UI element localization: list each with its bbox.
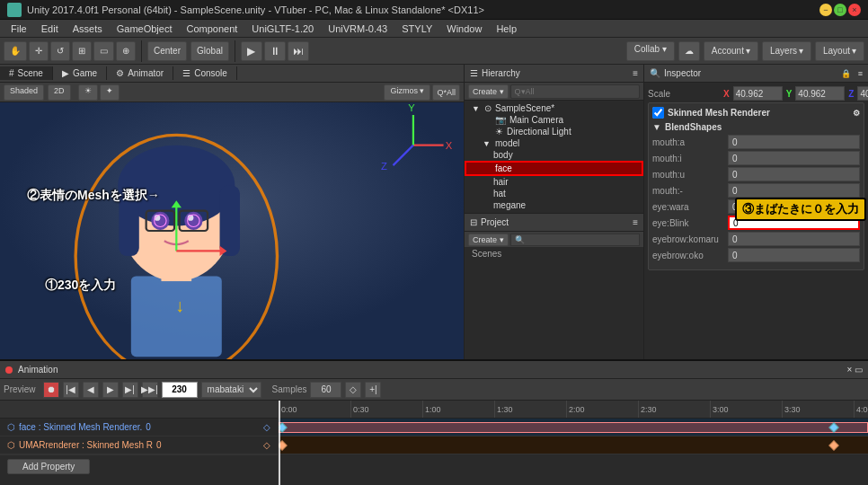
space-btn[interactable]: Global [190, 41, 229, 61]
menu-styly[interactable]: STYLY [394, 22, 439, 36]
multi-tool[interactable]: ⊕ [116, 41, 136, 61]
play-anim-button[interactable]: ▶ [102, 382, 119, 398]
value-input[interactable] [728, 248, 860, 262]
scene-tab-label: Scene [18, 68, 43, 78]
mark-30: 0:30 [350, 401, 369, 418]
hierarchy-search-input[interactable] [510, 84, 640, 99]
move-tool[interactable]: ✛ [29, 41, 49, 61]
minimize-button[interactable]: − [819, 4, 832, 16]
track-timeline[interactable]: 0:00 0:30 1:00 1:30 2:00 2:30 3:00 3:30 … [279, 401, 868, 485]
scale-x-input[interactable] [733, 86, 783, 101]
track-label-face: ⬡ face : Skinned Mesh Renderer. 0 ◇ [0, 419, 278, 436]
close-button[interactable]: × [848, 4, 861, 16]
timeline-track-uma[interactable] [279, 436, 868, 454]
menu-component[interactable]: Component [179, 22, 244, 36]
add-key-button[interactable]: +| [365, 382, 381, 398]
light-btn[interactable]: ☀ [78, 84, 98, 101]
menu-gameobject[interactable]: GameObject [110, 22, 180, 36]
tab-animator[interactable]: ⚙ Animator [107, 66, 173, 80]
project-options[interactable]: ≡ [633, 217, 638, 227]
layers-button[interactable]: Layers ▾ [762, 41, 811, 61]
item-label: hat [493, 189, 506, 198]
twod-btn[interactable]: 2D [48, 84, 71, 101]
hierarchy-item-dirlight[interactable]: ☀ Directional Light [465, 126, 643, 137]
menu-unigltf[interactable]: UniGLTF-1.20 [244, 22, 321, 36]
track-range [279, 422, 868, 433]
search-filter[interactable]: Q*All [432, 84, 460, 101]
rect-tool[interactable]: ▭ [93, 41, 114, 61]
value-input[interactable] [728, 151, 860, 165]
project-search-input[interactable] [510, 234, 640, 246]
hierarchy-item-hat[interactable]: hat [465, 188, 643, 199]
svg-rect-7 [220, 186, 240, 257]
scene-view[interactable]: X Y Z ②表情のMeshを選択→ ①230を入力 [0, 102, 464, 359]
hierarchy-create-btn[interactable]: Create ▾ [468, 84, 509, 99]
scale-tool[interactable]: ⊞ [72, 41, 92, 61]
scene-svg: X Y Z [0, 102, 464, 359]
account-button[interactable]: Account ▾ [704, 41, 758, 61]
keyframe-end[interactable] [828, 440, 838, 450]
rotate-tool[interactable]: ↺ [50, 41, 70, 61]
mark-100: 1:00 [422, 401, 441, 418]
keyframe-button[interactable]: ◇ [345, 382, 361, 398]
hierarchy-item-camera[interactable]: 📷 Main Camera [465, 114, 643, 126]
time-input[interactable] [162, 382, 198, 398]
tab-game[interactable]: ▶ Game [53, 66, 107, 80]
maximize-button[interactable]: □ [834, 4, 846, 16]
scale-y-input[interactable] [795, 86, 845, 101]
clip-select[interactable]: mabataki [201, 382, 261, 398]
blend-mouth-u: mouth:u [652, 167, 860, 181]
goto-start-button[interactable]: |◀ [63, 382, 79, 398]
hierarchy-item-hair[interactable]: hair [465, 176, 643, 188]
menu-file[interactable]: File [4, 22, 34, 36]
track-labels: ⬡ face : Skinned Mesh Renderer. 0 ◇ ⬡ UM… [0, 401, 279, 485]
value-input[interactable] [728, 135, 860, 149]
pause-button[interactable]: ⏸ [264, 41, 286, 61]
hierarchy-options[interactable]: ≡ [633, 68, 638, 78]
pivot-btn[interactable]: Center [147, 41, 187, 61]
component-options[interactable]: ⚙ [853, 109, 860, 118]
layout-button[interactable]: Layout ▾ [815, 41, 864, 61]
samples-input[interactable] [310, 382, 341, 398]
gizmos-btn[interactable]: Gizmos ▾ [384, 84, 430, 101]
component-checkbox[interactable] [652, 107, 664, 119]
hierarchy-item-body[interactable]: body [465, 149, 643, 161]
fx-btn[interactable]: ✦ [100, 84, 120, 101]
record-button[interactable]: ⏺ [43, 382, 59, 398]
menu-window[interactable]: Window [439, 22, 489, 36]
prev-frame-button[interactable]: ◀ [83, 382, 99, 398]
tab-console[interactable]: ☰ Console [173, 66, 237, 80]
hierarchy-item-megane[interactable]: megane [465, 199, 643, 211]
track-diamond-btn[interactable]: ◇ [263, 440, 270, 450]
menu-help[interactable]: Help [489, 22, 524, 36]
value-input[interactable] [728, 167, 860, 181]
hierarchy-item-samplescene[interactable]: ▼ ⊙ SampleScene* [465, 102, 643, 114]
menu-univrm[interactable]: UniVRM-0.43 [321, 22, 394, 36]
menu-edit[interactable]: Edit [34, 22, 66, 36]
hierarchy-item-face[interactable]: face [465, 161, 643, 176]
project-create-btn[interactable]: Create ▾ [468, 234, 509, 246]
cloud-button[interactable]: ☁ [678, 41, 700, 61]
step-button[interactable]: ⏭ [288, 41, 309, 61]
anim-options[interactable]: × ▭ [846, 365, 863, 375]
inspector-lock[interactable]: 🔒 [841, 69, 851, 78]
hierarchy-item-model[interactable]: ▼ model [465, 137, 643, 149]
shaded-btn[interactable]: Shaded [4, 84, 44, 101]
track-diamond-btn[interactable]: ◇ [263, 422, 270, 432]
value-input[interactable] [728, 232, 860, 246]
hand-tool[interactable]: ✋ [4, 41, 27, 61]
collab-button[interactable]: Collab ▾ [626, 41, 675, 61]
scene-toolbar: Shaded 2D ☀ ✦ Gizmos ▾ Q*All [0, 83, 464, 102]
add-property-button[interactable]: Add Property [7, 459, 90, 474]
menu-assets[interactable]: Assets [66, 22, 110, 36]
play-button[interactable]: ▶ [241, 41, 262, 61]
layers-label: Layers [770, 46, 797, 56]
value-input[interactable] [728, 183, 860, 198]
scale-z-input[interactable] [857, 86, 868, 101]
inspector-options[interactable]: ≡ [858, 69, 863, 78]
timeline-track-face[interactable] [279, 419, 868, 436]
next-frame-button[interactable]: ▶| [122, 382, 138, 398]
inspector-header: 🔍 Inspector 🔒 ≡ [644, 65, 868, 83]
goto-end-button[interactable]: ▶▶| [142, 382, 158, 398]
tab-scene[interactable]: # Scene [0, 66, 53, 80]
